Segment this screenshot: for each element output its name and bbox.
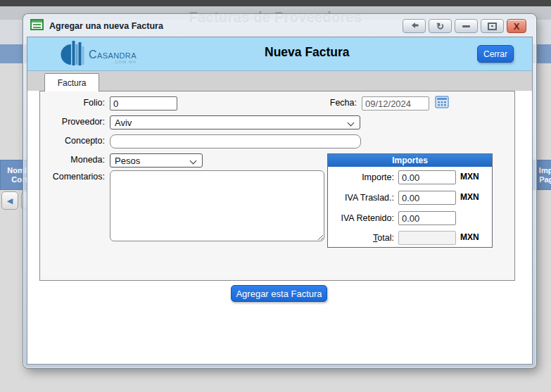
tab-factura[interactable]: Factura — [44, 73, 99, 91]
agregar-factura-button[interactable]: Agregar esta Factura — [231, 285, 327, 302]
fecha-label: Fecha: — [286, 98, 357, 108]
proveedor-selected-value: Aviv — [115, 118, 132, 128]
dialog-body: Casandra .com.mx Nueva Factura Cerrar Fa… — [27, 37, 533, 365]
close-icon: X — [514, 22, 520, 31]
restore-button[interactable] — [481, 19, 504, 33]
calendar-icon — [435, 96, 449, 110]
moneda-select[interactable]: Pesos — [110, 153, 203, 167]
dialog-titlebar[interactable]: Agregar una nueva Factura ↻ — [23, 14, 536, 37]
pager-first-button[interactable]: ◀ — [1, 191, 18, 210]
iva-traslado-currency: MXN — [460, 192, 479, 202]
factura-form-panel: Folio: Fecha: — [39, 91, 515, 281]
page-title: Nueva Factura — [265, 45, 350, 60]
calendar-button[interactable] — [434, 96, 450, 110]
dialog-title: Agregar una nueva Factura — [49, 21, 163, 31]
restore-icon — [488, 23, 497, 30]
iva-retenido-label: IVA Retenido: — [328, 213, 394, 223]
chevron-down-icon — [348, 120, 355, 127]
comentarios-label: Comentarios: — [40, 172, 105, 182]
total-label: Total: — [328, 233, 394, 243]
proveedor-label: Proveedor: — [40, 117, 105, 127]
column-header-line: Pagado — [539, 175, 551, 184]
folio-input[interactable] — [110, 96, 177, 110]
casandra-logo: Casandra .com.mx — [61, 39, 137, 71]
total-currency: MXN — [460, 232, 479, 242]
prev-arrow-icon: ◀ — [7, 196, 13, 206]
buildings-icon — [61, 39, 87, 71]
form-icon — [30, 19, 44, 33]
tab-strip: Factura — [27, 71, 532, 91]
chevron-down-icon — [190, 158, 197, 165]
minimize-button[interactable] — [455, 19, 478, 33]
brand-text: Casandra .com.mx — [89, 50, 137, 71]
comentarios-textarea[interactable] — [110, 170, 324, 241]
importe-currency: MXN — [460, 172, 479, 182]
folio-label: Folio: — [40, 98, 105, 108]
importes-panel: Importes Importe: MXN IVA Traslad.: MXN … — [327, 153, 493, 248]
cerrar-button[interactable]: Cerrar — [477, 45, 514, 63]
iva-retenido-input[interactable] — [398, 211, 456, 225]
total-input — [398, 231, 456, 245]
concepto-input[interactable] — [110, 134, 361, 148]
moneda-selected-value: Pesos — [115, 156, 140, 166]
moneda-label: Moneda: — [40, 155, 105, 165]
desktop-top-bar — [0, 0, 551, 6]
importe-label: Importe: — [328, 172, 394, 182]
screen: Facturas de Proveedores Nombre Corto Imp… — [0, 0, 551, 392]
column-header-line: Importe — [539, 166, 551, 175]
iva-traslado-label: IVA Traslad.: — [328, 193, 394, 203]
minimize-icon — [462, 25, 470, 27]
dock-button[interactable] — [403, 19, 426, 33]
importes-header: Importes — [328, 154, 492, 167]
importe-input[interactable] — [398, 170, 456, 184]
fecha-input[interactable] — [362, 96, 429, 110]
proveedor-select[interactable]: Aviv — [110, 115, 360, 129]
add-invoice-dialog: Agregar una nueva Factura ↻ — [23, 14, 536, 368]
refresh-button[interactable]: ↻ — [429, 19, 452, 33]
window-buttons: ↻ X — [403, 19, 526, 33]
refresh-icon: ↻ — [436, 22, 444, 31]
iva-traslado-input[interactable] — [398, 191, 456, 205]
form-header: Casandra .com.mx Nueva Factura Cerrar — [27, 37, 532, 71]
brand-name: Casandra — [89, 50, 137, 60]
dock-arrow-icon — [410, 21, 419, 32]
close-button[interactable]: X — [507, 19, 526, 33]
concepto-label: Concepto: — [40, 136, 105, 146]
